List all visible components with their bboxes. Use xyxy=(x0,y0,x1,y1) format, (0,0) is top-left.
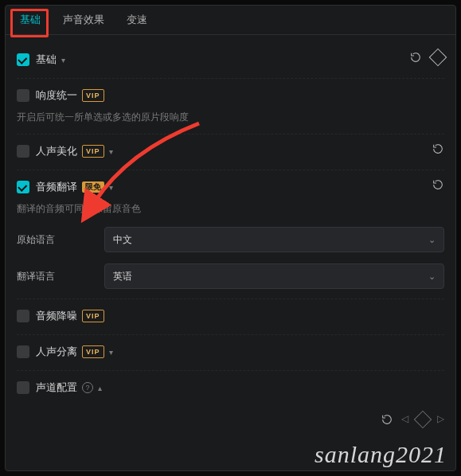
label-basic: 基础 xyxy=(36,53,57,67)
chevron-down-icon: ⌄ xyxy=(428,271,436,282)
prev-icon[interactable]: ◁ xyxy=(401,413,408,426)
checkbox-loudness[interactable] xyxy=(17,89,29,102)
label-translate: 音频翻译 xyxy=(36,180,77,194)
bottom-tools: ◁ ▷ xyxy=(381,413,444,426)
label-loudness: 响度统一 xyxy=(36,88,77,103)
vip-badge: VIP xyxy=(82,89,104,102)
label-channel: 声道配置 xyxy=(36,380,77,395)
vip-badge: VIP xyxy=(82,145,104,158)
checkbox-basic[interactable] xyxy=(17,53,29,66)
reset-icon[interactable] xyxy=(409,51,422,64)
checkbox-denoise[interactable] xyxy=(17,310,29,322)
desc-translate: 翻译的音频可同时保留原音色 xyxy=(17,202,444,216)
caret-icon[interactable]: ▴ xyxy=(98,384,102,392)
label-separate: 人声分离 xyxy=(36,345,77,359)
caret-icon[interactable]: ▾ xyxy=(109,147,113,156)
select-src-lang[interactable]: 中文 ⌄ xyxy=(104,227,444,252)
keyframe-icon[interactable] xyxy=(414,411,432,429)
label-denoise: 音频降噪 xyxy=(36,309,77,323)
tab-soundfx[interactable]: 声音效果 xyxy=(52,6,115,34)
next-icon[interactable]: ▷ xyxy=(437,413,444,426)
select-dst-value: 英语 xyxy=(113,270,132,283)
info-icon[interactable]: ? xyxy=(82,382,93,393)
watermark: sanlang2021 xyxy=(314,441,447,468)
chevron-down-icon: ⌄ xyxy=(428,235,436,245)
vip-badge: VIP xyxy=(82,345,104,358)
caret-icon[interactable]: ▾ xyxy=(61,56,65,64)
caret-icon[interactable]: ▾ xyxy=(109,348,113,357)
tab-basic[interactable]: 基础 xyxy=(9,6,52,34)
checkbox-beautify[interactable] xyxy=(17,145,29,158)
reset-icon[interactable] xyxy=(381,413,393,426)
label-dst-lang: 翻译语言 xyxy=(17,270,104,283)
reset-icon[interactable] xyxy=(432,142,444,155)
desc-loudness: 开启后可统一所单选或多选的原片段响度 xyxy=(17,111,444,124)
caret-icon[interactable]: ▾ xyxy=(109,183,113,192)
vip-badge: VIP xyxy=(82,310,104,322)
checkbox-channel[interactable] xyxy=(17,381,29,394)
reset-icon[interactable] xyxy=(432,178,444,191)
keyframe-icon[interactable] xyxy=(429,49,447,67)
free-badge: 限免 xyxy=(82,181,104,193)
select-dst-lang[interactable]: 英语 ⌄ xyxy=(104,263,444,289)
checkbox-translate[interactable] xyxy=(17,181,29,193)
checkbox-separate[interactable] xyxy=(17,345,29,358)
tab-speed[interactable]: 变速 xyxy=(115,6,158,34)
select-src-value: 中文 xyxy=(113,233,132,247)
label-src-lang: 原始语言 xyxy=(17,233,104,247)
label-beautify: 人声美化 xyxy=(36,144,77,158)
